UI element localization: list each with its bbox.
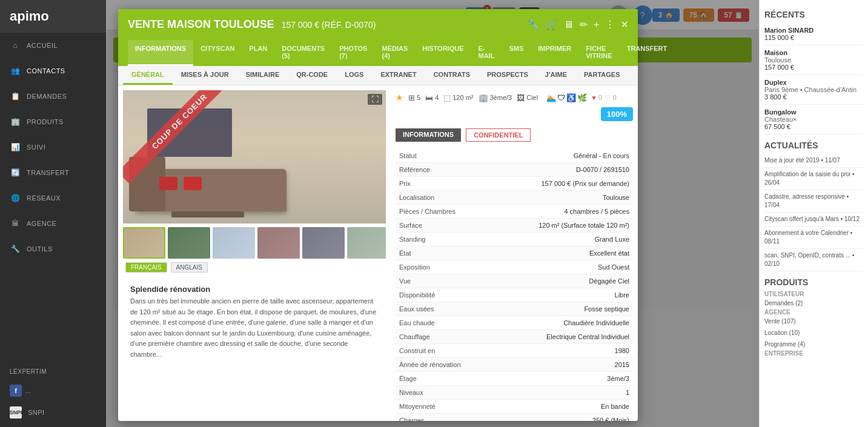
informations-badge[interactable]: INFORMATIONS (396, 128, 461, 142)
description-text: Dans un très bel immeuble ancien en pier… (130, 296, 379, 360)
tab-email[interactable]: E-MAIL (471, 40, 502, 66)
sidebar-item-label: OUTILS (27, 245, 53, 253)
snpi-logo-icon: SNPI (10, 406, 22, 419)
modal-close-button[interactable]: × (621, 18, 628, 31)
surface-value: 120 m² (452, 94, 473, 101)
sidebar-item-agence[interactable]: 🏛 AGENCE (0, 211, 106, 236)
recents-list: Marion SINARD115 000 €MaisonToulouse157 … (764, 23, 863, 134)
field-value: Général - En cours (502, 149, 633, 163)
plus-icon[interactable]: + (594, 19, 599, 30)
sidebar-item-contacts[interactable]: 👥 CONTACTS (0, 58, 106, 84)
field-value: 3ème/3 (502, 372, 633, 386)
amenities-icons: 🏊 🛡 ♿ 🌿 (546, 93, 587, 102)
list-item[interactable]: MaisonToulouse157 000 € (764, 45, 863, 75)
more-icon[interactable]: ⋮ (605, 19, 615, 30)
sidebar-item-accueil[interactable]: ⌂ ACCUEIL (0, 33, 106, 58)
recent-price: 3 800 € (764, 93, 863, 101)
sidebar-item-snpi[interactable]: SNPI SNPI (10, 403, 96, 422)
subtab-extranet[interactable]: EXTRANET (372, 66, 425, 85)
sidebar-item-demandes[interactable]: 📋 DEMANDES (0, 84, 106, 109)
tab-historique[interactable]: HISTORIQUE (415, 40, 471, 66)
list-item[interactable]: Location (10) (764, 327, 863, 339)
produits-title: PRODUITS (764, 277, 863, 287)
subtab-general[interactable]: GÉNÉRAL (123, 66, 173, 85)
heart-filled-icon: ♥ (592, 94, 596, 101)
thumbnail-5[interactable] (302, 227, 345, 259)
table-row: StandingGrand Luxe (396, 233, 633, 247)
tab-imprimer[interactable]: IMPRIMER (531, 40, 578, 66)
description-title: Splendide rénovation (130, 285, 379, 294)
main-content: 📍 1 🔍 ⚙ Caroline PERMEM Apiwork Cannes 👤… (106, 0, 759, 427)
tab-photos[interactable]: PHOTOS (7) (332, 40, 374, 66)
thumbnail-4[interactable] (257, 227, 300, 259)
tab-medias[interactable]: MÉDIAS (4) (374, 40, 415, 66)
subtab-partages[interactable]: PARTAGES (575, 66, 629, 85)
field-label: Charges (396, 414, 502, 422)
tab-informations[interactable]: INFORMATIONS (128, 40, 193, 66)
list-item: Mise à jour été 2019 • 11/07 (764, 154, 863, 168)
cart-icon[interactable]: 🛒 (546, 19, 558, 30)
beds-value: 4 (435, 94, 439, 101)
sidebar-item-label: LEXPERTIM (10, 368, 47, 375)
field-value: 1980 (502, 344, 633, 358)
pool-icon: 🏊 (546, 93, 556, 102)
sidebar-item-transfert[interactable]: 🔄 TRANSFERT (0, 160, 106, 185)
list-item: Cityscan offert jusqu'à Mars • 10/12 (764, 213, 863, 227)
sidebar-item-reseaux[interactable]: 🌐 RÉSEAUX (0, 185, 106, 211)
table-row: Eaux uséesFosse septique (396, 302, 633, 316)
sidebar-item-lexpertim[interactable]: LEXPERTIM (10, 365, 96, 379)
subtab-prospects[interactable]: PROSPECTS (479, 66, 537, 85)
wrench-icon[interactable]: 🔧 (528, 19, 540, 30)
list-item[interactable]: Demandes (2) (764, 297, 863, 309)
lang-francais-button[interactable]: FRANÇAIS (125, 262, 167, 273)
screen-icon[interactable]: 🖥 (564, 19, 574, 30)
pieces-value: 5 (417, 94, 420, 101)
thumbnail-2[interactable] (168, 227, 210, 259)
subtab-jaime[interactable]: J'AIME (537, 66, 575, 85)
list-item: scan, SNPI, OpenID, contrats ... • 02/10 (764, 249, 863, 271)
fullscreen-button[interactable]: ⛶ (368, 94, 382, 105)
lang-anglais-button[interactable]: ANGLAIS (171, 262, 208, 273)
tab-transfert[interactable]: TRANSFERT (620, 40, 675, 66)
recent-name: Maison (764, 49, 863, 56)
subtab-logs[interactable]: LOGS (336, 66, 372, 85)
thumbnail-6[interactable] (347, 227, 386, 259)
subtab-mises-a-jour[interactable]: MISES À JOUR (173, 66, 237, 85)
tab-fiche-vitrine[interactable]: FICHE VITRINE (578, 40, 619, 66)
field-label: Localisation (396, 191, 502, 205)
surface-icon: ⬚ (443, 93, 451, 102)
table-row: RéférenceD-0070 / 2691510 (396, 163, 633, 177)
field-label: Standing (396, 233, 502, 247)
table-row: DisponibilitéLibre (396, 288, 633, 302)
subtab-qr-code[interactable]: QR-CODE (288, 66, 336, 85)
subtab-contrats[interactable]: CONTRATS (425, 66, 479, 85)
confidentiel-badge[interactable]: CONFIDENTIEL (466, 128, 531, 142)
sidebar-item-suivi[interactable]: 📊 SUIVI (0, 134, 106, 160)
list-item[interactable]: BungalowChasteau×67 500 € (764, 105, 863, 134)
sidebar-item-outils[interactable]: 🔧 OUTILS (0, 236, 106, 262)
thumbnail-3[interactable] (213, 227, 255, 259)
edit-icon[interactable]: ✏ (580, 19, 588, 30)
sidebar-item-label: ACCUEIL (27, 42, 58, 49)
tab-documents[interactable]: DOCUMENTS (5) (274, 40, 332, 66)
sidebar-item-label: DEMANDES (27, 93, 67, 100)
surface-stat: ⬚ 120 m² (443, 93, 473, 102)
list-item[interactable]: Marion SINARD115 000 € (764, 23, 863, 45)
stamp-container: COUP DE COEUR (123, 90, 386, 223)
facebook-icon[interactable]: f (10, 385, 22, 397)
table-row: ÉtatExcellent état (396, 247, 633, 260)
tab-sms[interactable]: SMS (502, 40, 531, 66)
thumbnail-1[interactable] (123, 227, 165, 259)
sidebar-item-produits[interactable]: 🏢 PRODUITS (0, 109, 106, 134)
list-item[interactable]: Programme (4) (764, 339, 863, 350)
field-label: Surface (396, 219, 502, 233)
list-item[interactable]: DuplexParis 9ème • Chaussée-d'Antin3 800… (764, 75, 863, 105)
field-value: Electrique Central Individuel (502, 330, 633, 344)
list-item[interactable]: Vente (107) (764, 316, 863, 327)
tab-cityscan[interactable]: CITYSCAN (193, 40, 242, 66)
field-label: Référence (396, 163, 502, 177)
recent-name: Bungalow (764, 108, 863, 116)
subtab-similaire[interactable]: SIMILAIRE (237, 66, 288, 85)
tab-plan[interactable]: PLAN (242, 40, 274, 66)
table-row: VueDégagée Ciel (396, 274, 633, 288)
